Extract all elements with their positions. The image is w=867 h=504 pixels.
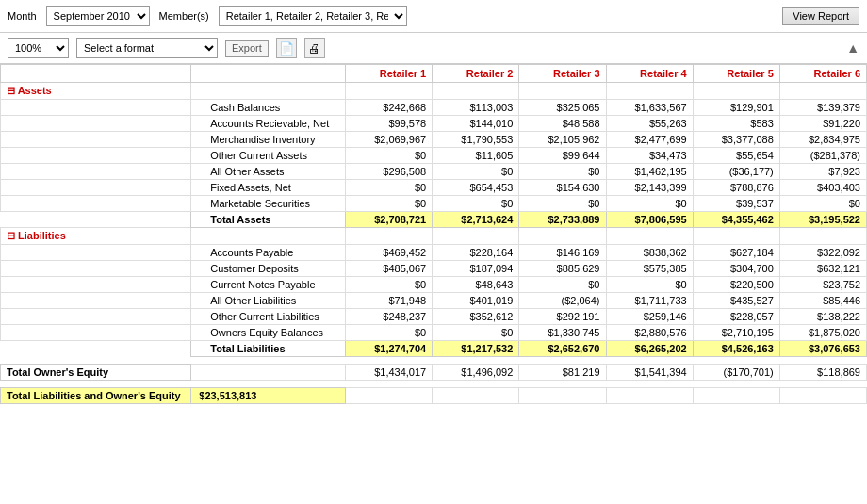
table-row: Other Current Liabilities$248,237$352,61…	[1, 309, 867, 325]
cell-value: $1,462,195	[606, 164, 693, 180]
cell-value: $2,710,195	[693, 325, 779, 341]
table-row: All Other Liabilities$71,948$401,019($2,…	[1, 293, 867, 309]
table-row: Customer Deposits$485,067$187,094$885,62…	[1, 261, 867, 277]
total-value: $2,733,889	[519, 212, 606, 228]
cell-value: $627,184	[693, 245, 779, 261]
cell-value: $1,711,733	[606, 293, 693, 309]
cell-value: $296,508	[346, 164, 433, 180]
col-header-empty2	[191, 65, 346, 83]
owners-equity-value: $1,496,092	[433, 365, 519, 381]
scroll-up-icon[interactable]: ▲	[846, 41, 859, 56]
members-label: Member(s)	[159, 10, 209, 22]
cell-value: $0	[779, 196, 866, 212]
cell-value: $0	[519, 196, 606, 212]
owners-equity-value: $118,869	[779, 365, 866, 381]
export-button[interactable]: Export	[225, 40, 269, 57]
col-header-retailer3: Retailer 3	[519, 65, 606, 83]
table-row: Owners Equity Balances$0$0$1,330,745$2,8…	[1, 325, 867, 341]
row-label: Fixed Assets, Net	[191, 180, 346, 196]
col-header-retailer5: Retailer 5	[693, 65, 779, 83]
cell-value: $435,527	[693, 293, 779, 309]
month-select[interactable]: September 2010	[46, 6, 150, 26]
cell-value: $403,403	[779, 180, 866, 196]
cell-value: $1,790,553	[433, 132, 519, 148]
table-row: All Other Assets$296,508$0$0$1,462,195($…	[1, 164, 867, 180]
cell-value: $71,948	[346, 293, 433, 309]
cell-value: $55,263	[606, 116, 693, 132]
total-value: $2,713,624	[433, 212, 519, 228]
cell-value: $48,588	[519, 116, 606, 132]
section-header-1: ⊟ Liabilities	[1, 228, 867, 245]
cell-value: $0	[606, 196, 693, 212]
row-label: Accounts Payable	[191, 245, 346, 261]
cell-value: $838,362	[606, 245, 693, 261]
cell-value: $0	[433, 325, 519, 341]
cell-value: $0	[346, 277, 433, 293]
owners-equity-value: ($170,701)	[693, 365, 779, 381]
cell-value: $0	[433, 196, 519, 212]
cell-value: $0	[346, 148, 433, 164]
cell-value: $2,105,962	[519, 132, 606, 148]
view-report-button[interactable]: View Report	[782, 7, 859, 25]
cell-value: $242,668	[346, 100, 433, 116]
col-header-empty1	[1, 65, 191, 83]
month-label: Month	[8, 10, 37, 22]
cell-value: $485,067	[346, 261, 433, 277]
total-row-1: Total Liabilities$1,274,704$1,217,532$2,…	[1, 341, 867, 357]
cell-value: $0	[346, 180, 433, 196]
total-value: $7,806,595	[606, 212, 693, 228]
cell-value: $654,453	[433, 180, 519, 196]
cell-value: $113,003	[433, 100, 519, 116]
cell-value: $2,143,399	[606, 180, 693, 196]
cell-value: $575,385	[606, 261, 693, 277]
cell-value: ($2,064)	[519, 293, 606, 309]
owners-equity-label: Total Owner's Equity	[1, 365, 191, 381]
total-value: $3,195,522	[779, 212, 866, 228]
cell-value: $146,169	[519, 245, 606, 261]
total-value: $2,708,721	[346, 212, 433, 228]
cell-value: $0	[346, 196, 433, 212]
cell-value: $220,500	[693, 277, 779, 293]
table-row: Merchandise Inventory$2,069,967$1,790,55…	[1, 132, 867, 148]
members-select[interactable]: Retailer 1, Retailer 2, Retailer 3, Reta…	[219, 6, 407, 26]
row-label: Other Current Liabilities	[191, 309, 346, 325]
page-icon[interactable]: 📄	[276, 38, 297, 58]
cell-value: $325,065	[519, 100, 606, 116]
cell-value: $139,379	[779, 100, 866, 116]
cell-value: $0	[519, 277, 606, 293]
top-bar: Month September 2010 Member(s) Retailer …	[0, 0, 867, 33]
cell-value: $401,019	[433, 293, 519, 309]
cell-value: $99,578	[346, 116, 433, 132]
cell-value: $259,146	[606, 309, 693, 325]
row-label: All Other Assets	[191, 164, 346, 180]
format-select[interactable]: Select a format	[76, 38, 218, 58]
section-collapse-icon[interactable]: ⊟ Assets	[1, 83, 191, 100]
cell-value: $583	[693, 116, 779, 132]
cell-value: $34,473	[606, 148, 693, 164]
cell-value: $11,605	[433, 148, 519, 164]
row-label: All Other Liabilities	[191, 293, 346, 309]
total-value: $1,274,704	[346, 341, 433, 357]
total-label: Total Liabilities	[191, 341, 346, 357]
cell-value: $48,643	[433, 277, 519, 293]
grand-total-label: Total Liabilities and Owner's Equity	[1, 388, 191, 404]
col-header-retailer4: Retailer 4	[606, 65, 693, 83]
total-label: Total Assets	[191, 212, 346, 228]
cell-value: $23,752	[779, 277, 866, 293]
cell-value: $138,222	[779, 309, 866, 325]
cell-value: $144,010	[433, 116, 519, 132]
section-header-empty	[191, 228, 346, 245]
cell-value: $352,612	[433, 309, 519, 325]
row-label: Other Current Assets	[191, 148, 346, 164]
zoom-select[interactable]: 100%	[8, 38, 69, 58]
section-collapse-icon[interactable]: ⊟ Liabilities	[1, 228, 191, 245]
row-label: Owners Equity Balances	[191, 325, 346, 341]
cell-value: $632,121	[779, 261, 866, 277]
cell-value: $304,700	[693, 261, 779, 277]
print-icon[interactable]: 🖨	[304, 38, 325, 58]
cell-value: $2,834,975	[779, 132, 866, 148]
total-value: $4,355,462	[693, 212, 779, 228]
report-table: Retailer 1 Retailer 2 Retailer 3 Retaile…	[0, 64, 867, 404]
cell-value: $187,094	[433, 261, 519, 277]
grand-total-value: $23,513,813	[191, 388, 346, 404]
